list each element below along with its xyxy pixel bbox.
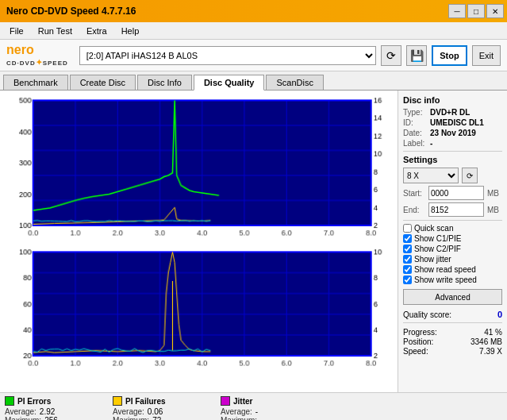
- disc-id-value: UMEDISC DL1: [430, 118, 484, 127]
- end-input[interactable]: [428, 202, 484, 217]
- bottom-chart: [3, 245, 394, 375]
- pi-max-value: 256: [44, 416, 58, 420]
- show-c1pie-label: Show C1/PIE: [414, 234, 461, 243]
- speed-row: 8 X ⟳: [403, 168, 502, 183]
- menu-file[interactable]: File: [3, 25, 30, 37]
- tab-benchmark[interactable]: Benchmark: [3, 75, 68, 90]
- pi-errors-color: [5, 396, 14, 406]
- show-read-speed-label: Show read speed: [414, 265, 476, 274]
- quick-scan-checkbox[interactable]: [403, 224, 412, 233]
- menu-run-test[interactable]: Run Test: [32, 25, 79, 37]
- progress-value: 41 %: [484, 328, 502, 337]
- position-label: Position:: [403, 337, 433, 346]
- start-input[interactable]: [428, 186, 484, 200]
- start-row: Start: MB: [403, 186, 502, 200]
- show-c1pie-checkbox[interactable]: [403, 234, 412, 243]
- pi-failures-label: PI Failures: [125, 397, 166, 406]
- quick-scan-label: Quick scan: [414, 224, 453, 233]
- disc-type-row: Type: DVD+R DL: [403, 108, 502, 117]
- refresh-button[interactable]: ⟳: [381, 45, 401, 66]
- chart-area: [0, 91, 398, 392]
- close-button[interactable]: ✕: [486, 4, 504, 18]
- show-write-speed-label: Show write speed: [414, 276, 477, 284]
- position-value: 3346 MB: [471, 337, 502, 346]
- pi-max-label: Maximum:: [5, 416, 41, 420]
- show-read-speed-row: Show read speed: [403, 265, 502, 274]
- show-jitter-label: Show jitter: [414, 255, 451, 264]
- speed-refresh-button[interactable]: ⟳: [462, 168, 478, 183]
- progress-section: Progress: 41 % Position: 3346 MB Speed: …: [403, 328, 502, 356]
- end-row: End: MB: [403, 202, 502, 217]
- show-c1pie-row: Show C1/PIE: [403, 234, 502, 243]
- jitter-max-value: -: [260, 416, 263, 420]
- drive-selector[interactable]: [2:0] ATAPI iHAS124 B AL0S: [79, 46, 376, 65]
- tab-bar: Benchmark Create Disc Disc Info Disc Qua…: [0, 71, 507, 91]
- speed-selector[interactable]: 8 X: [403, 168, 459, 183]
- status-bar: PI Errors Average: 2.92 Maximum: 256 Tot…: [0, 392, 507, 420]
- tab-scan-disc[interactable]: ScanDisc: [266, 75, 323, 90]
- disc-label-row: Label: -: [403, 139, 502, 148]
- advanced-button[interactable]: Advanced: [403, 289, 502, 305]
- jitter-max-label: Maximum:: [221, 416, 257, 420]
- show-c2pif-row: Show C2/PIF: [403, 245, 502, 253]
- divider-2: [403, 220, 502, 221]
- show-c2pif-checkbox[interactable]: [403, 245, 412, 253]
- settings-title: Settings: [403, 155, 502, 164]
- disc-id-row: ID: UMEDISC DL1: [403, 118, 502, 127]
- speed-value: 7.39 X: [479, 347, 502, 356]
- quality-section: Quality score: 0: [403, 310, 502, 319]
- jitter-label: Jitter: [233, 397, 252, 406]
- window-controls: ─ □ ✕: [448, 4, 504, 18]
- exit-button[interactable]: Exit: [472, 45, 501, 66]
- disc-type-value: DVD+R DL: [430, 108, 470, 117]
- top-chart: [3, 94, 394, 244]
- start-label: Start:: [403, 189, 425, 198]
- disc-label-value: -: [430, 139, 432, 148]
- window-title: Nero CD-DVD Speed 4.7.7.16: [6, 6, 136, 17]
- show-jitter-checkbox[interactable]: [403, 255, 412, 264]
- maximize-button[interactable]: □: [467, 4, 485, 18]
- pi-failures-color: [113, 396, 122, 406]
- tab-create-disc[interactable]: Create Disc: [70, 75, 136, 90]
- disc-date-label: Date:: [403, 129, 428, 137]
- menu-extra[interactable]: Extra: [80, 25, 113, 37]
- end-label: End:: [403, 206, 425, 214]
- pi-failures-group: PI Failures Average: 0.06 Maximum: 72 To…: [113, 396, 216, 420]
- show-jitter-row: Show jitter: [403, 255, 502, 264]
- divider-3: [403, 322, 502, 323]
- pif-max-label: Maximum:: [113, 416, 149, 420]
- tab-disc-quality[interactable]: Disc Quality: [194, 75, 265, 91]
- logo: nero CD·DVD✦SPEED: [6, 43, 68, 68]
- toolbar: nero CD·DVD✦SPEED [2:0] ATAPI iHAS124 B …: [0, 40, 507, 71]
- save-button[interactable]: 💾: [406, 45, 427, 66]
- pi-errors-label: PI Errors: [17, 397, 51, 406]
- pif-avg-label: Average:: [113, 407, 144, 416]
- show-write-speed-checkbox[interactable]: [403, 276, 412, 284]
- main-content: Disc info Type: DVD+R DL ID: UMEDISC DL1…: [0, 91, 507, 392]
- jitter-group: Jitter Average: - Maximum: -: [221, 396, 324, 420]
- disc-info-title: Disc info: [403, 95, 502, 105]
- menu-help[interactable]: Help: [115, 25, 146, 37]
- jitter-avg-value: -: [255, 407, 258, 416]
- tab-disc-info[interactable]: Disc Info: [137, 75, 192, 90]
- pi-errors-group: PI Errors Average: 2.92 Maximum: 256 Tot…: [5, 396, 108, 420]
- pi-avg-label: Average:: [5, 407, 36, 416]
- show-write-speed-row: Show write speed: [403, 276, 502, 284]
- stop-button[interactable]: Stop: [432, 45, 467, 66]
- minimize-button[interactable]: ─: [448, 4, 466, 18]
- menu-bar: File Run Test Extra Help: [0, 22, 507, 40]
- pif-max-value: 72: [152, 416, 161, 420]
- disc-id-label: ID:: [403, 118, 428, 127]
- title-bar: Nero CD-DVD Speed 4.7.7.16 ─ □ ✕: [0, 0, 507, 22]
- show-read-speed-checkbox[interactable]: [403, 265, 412, 274]
- end-unit: MB: [487, 206, 499, 214]
- start-unit: MB: [487, 189, 499, 198]
- divider-1: [403, 151, 502, 152]
- jitter-avg-label: Average:: [221, 407, 252, 416]
- disc-date-row: Date: 23 Nov 2019: [403, 129, 502, 137]
- quick-scan-row: Quick scan: [403, 224, 502, 233]
- jitter-color: [221, 396, 230, 406]
- po-failures-group: PO failures: -: [328, 396, 376, 420]
- disc-date-value: 23 Nov 2019: [430, 129, 476, 137]
- right-panel: Disc info Type: DVD+R DL ID: UMEDISC DL1…: [398, 91, 507, 392]
